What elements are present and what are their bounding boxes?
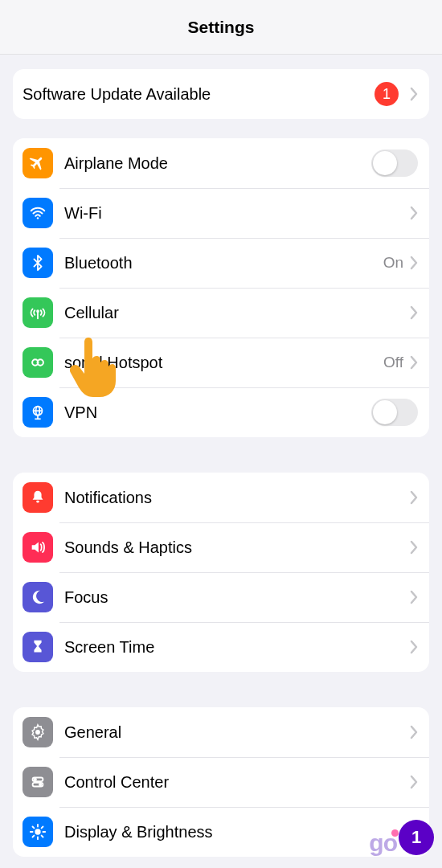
general-label: General (64, 723, 410, 742)
bluetooth-row[interactable]: Bluetooth On (13, 238, 429, 288)
svg-point-2 (37, 310, 39, 312)
chevron-right-icon (410, 490, 418, 505)
sounds-label: Sounds & Haptics (64, 538, 410, 557)
cellular-icon (23, 297, 53, 328)
chevron-right-icon (410, 87, 418, 101)
wifi-label: Wi-Fi (64, 204, 410, 223)
software-update-row[interactable]: Software Update Available 1 (13, 69, 429, 119)
general-icon (23, 717, 53, 747)
screen-time-row[interactable]: Screen Time (13, 622, 429, 672)
focus-row[interactable]: Focus (13, 572, 429, 622)
control-center-label: Control Center (64, 773, 410, 792)
software-update-group: Software Update Available 1 (13, 69, 429, 119)
svg-line-23 (32, 836, 34, 837)
control-center-icon (23, 767, 53, 797)
go-logo: go (369, 829, 397, 857)
notifications-icon (23, 482, 53, 513)
airplane-toggle[interactable] (371, 149, 418, 177)
bluetooth-value: On (383, 254, 403, 272)
airplane-icon (23, 148, 53, 178)
svg-line-21 (32, 826, 34, 828)
header: Settings (0, 0, 442, 55)
svg-point-11 (35, 730, 40, 735)
bluetooth-icon (23, 248, 53, 278)
wifi-row[interactable]: Wi-Fi (13, 188, 429, 238)
chevron-right-icon (410, 256, 418, 270)
svg-line-22 (42, 836, 43, 837)
chevron-right-icon (410, 305, 418, 320)
chevron-right-icon (410, 540, 418, 555)
airplane-mode-row[interactable]: Airplane Mode (13, 138, 429, 188)
vpn-label: VPN (64, 403, 371, 422)
chevron-right-icon (410, 725, 418, 739)
focus-icon (23, 582, 53, 612)
page-title: Settings (188, 18, 255, 37)
control-center-row[interactable]: Control Center (13, 757, 429, 807)
svg-rect-10 (36, 501, 39, 503)
svg-point-13 (35, 779, 36, 780)
chevron-right-icon (410, 355, 418, 370)
pointer-hand-icon (68, 333, 124, 397)
airplane-label: Airplane Mode (64, 154, 371, 173)
focus-label: Focus (64, 588, 410, 607)
software-update-label: Software Update Available (23, 85, 374, 104)
chevron-right-icon (410, 206, 418, 220)
step-badge: 1 (399, 820, 434, 855)
svg-point-15 (39, 784, 41, 785)
vpn-icon (23, 397, 53, 428)
cellular-label: Cellular (64, 304, 410, 322)
notifications-label: Notifications (64, 489, 410, 507)
chevron-right-icon (410, 640, 418, 654)
hotspot-icon (23, 347, 53, 378)
svg-line-24 (42, 826, 43, 828)
chevron-right-icon (410, 775, 418, 789)
svg-point-16 (35, 829, 40, 834)
sounds-icon (23, 532, 53, 563)
update-badge: 1 (374, 82, 399, 106)
notifications-row[interactable]: Notifications (13, 473, 429, 522)
svg-point-0 (37, 217, 39, 219)
chevron-right-icon (410, 590, 418, 604)
settings-content: Software Update Available 1 Airplane Mod… (0, 69, 442, 857)
sounds-row[interactable]: Sounds & Haptics (13, 522, 429, 572)
wifi-icon (23, 198, 53, 228)
display-brightness-row[interactable]: Display & Brightness (13, 807, 429, 857)
general-group: General Control Center Display & Brightn… (13, 707, 429, 857)
notifications-group: Notifications Sounds & Haptics Focus Scr… (13, 473, 429, 672)
hotspot-value: Off (383, 354, 403, 371)
general-row[interactable]: General (13, 707, 429, 757)
cellular-row[interactable]: Cellular (13, 288, 429, 338)
screentime-icon (23, 632, 53, 662)
display-icon (23, 817, 53, 847)
screentime-label: Screen Time (64, 638, 410, 657)
vpn-toggle[interactable] (371, 399, 418, 426)
bluetooth-label: Bluetooth (64, 254, 383, 272)
logo-dot-icon (391, 829, 399, 837)
display-label: Display & Brightness (64, 823, 410, 841)
